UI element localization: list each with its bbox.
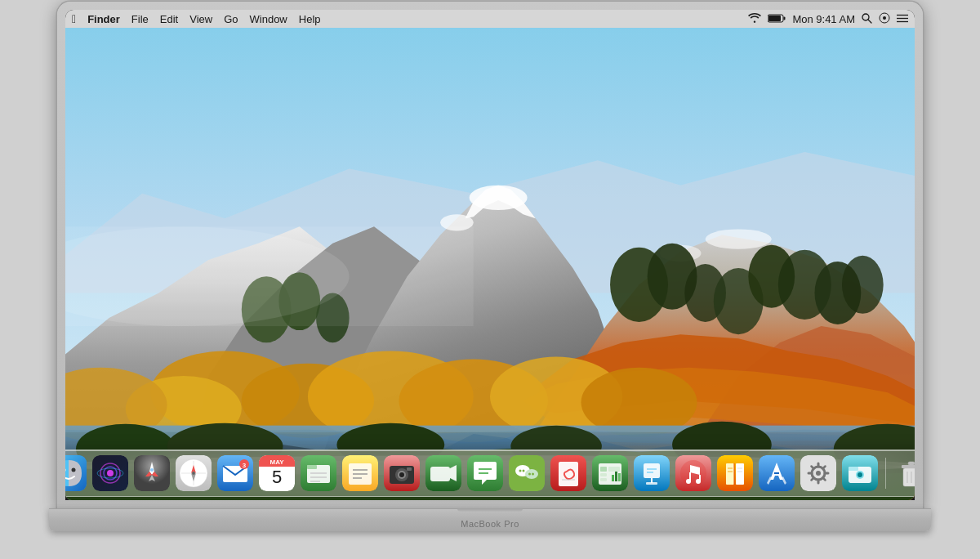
svg-text:MAY: MAY: [270, 458, 284, 466]
svg-rect-145: [717, 455, 753, 491]
svg-point-80: [192, 472, 195, 475]
svg-rect-92: [307, 465, 317, 469]
macbook-lid:  Finder File Edit View Go Window Help: [57, 2, 923, 508]
macbook-outer:  Finder File Edit View Go Window Help: [41, 2, 939, 557]
dock-trash[interactable]: [893, 454, 915, 492]
svg-rect-177: [908, 462, 915, 465]
screen-bezel:  Finder File Edit View Go Window Help: [65, 10, 915, 500]
apple-menu[interactable]: : [72, 13, 76, 25]
trackpad-notch: [457, 508, 523, 512]
siri-icon[interactable]: [879, 12, 890, 25]
svg-point-170: [858, 472, 862, 477]
dock-photos[interactable]: [841, 454, 879, 492]
menubar:  Finder File Edit View Go Window Help: [65, 10, 915, 28]
dock-drawboard[interactable]: [550, 454, 587, 492]
svg-rect-106: [407, 467, 412, 471]
svg-point-119: [532, 473, 534, 476]
svg-rect-176: [902, 465, 915, 468]
svg-point-6: [883, 16, 886, 20]
menubar-right: Mon 9:41 AM: [748, 12, 908, 25]
svg-rect-132: [618, 473, 621, 481]
dock-facetime[interactable]: [425, 454, 462, 492]
dock-messages[interactable]: [466, 454, 504, 492]
dock-container: 3 MAY 5: [65, 449, 915, 497]
control-center-icon[interactable]: [897, 14, 908, 25]
svg-rect-136: [646, 482, 657, 485]
svg-rect-1: [784, 16, 786, 20]
dock-wechat[interactable]: [508, 454, 546, 492]
svg-point-105: [399, 472, 404, 477]
svg-point-117: [523, 470, 525, 472]
svg-rect-146: [726, 463, 734, 485]
svg-rect-125: [600, 467, 607, 472]
svg-point-18: [470, 186, 528, 210]
svg-rect-168: [849, 467, 858, 471]
screen:  Finder File Edit View Go Window Help: [65, 10, 915, 500]
svg-text:3: 3: [243, 462, 247, 469]
dock-music[interactable]: [675, 454, 712, 492]
svg-rect-121: [559, 462, 578, 486]
svg-point-144: [696, 479, 701, 484]
svg-rect-134: [644, 463, 660, 478]
svg-rect-108: [430, 467, 450, 481]
dock-keynote[interactable]: [633, 454, 670, 492]
svg-rect-2: [768, 16, 781, 21]
svg-point-20: [706, 229, 772, 248]
dock-calendar[interactable]: MAY 5: [258, 454, 296, 492]
dock-photobooth[interactable]: [383, 454, 421, 492]
svg-rect-127: [600, 473, 607, 476]
macbook-model-label: MacBook Pro: [461, 519, 519, 529]
svg-text:5: 5: [272, 467, 282, 487]
dock-finder[interactable]: [65, 454, 87, 492]
menubar-left:  Finder File Edit View Go Window Help: [72, 13, 321, 25]
dock-sysprefs[interactable]: [800, 454, 837, 492]
finder-menu[interactable]: Finder: [87, 13, 120, 25]
view-menu[interactable]: View: [189, 13, 212, 25]
go-menu[interactable]: Go: [224, 13, 238, 25]
dock-files[interactable]: [300, 454, 337, 492]
wallpaper: 3 MAY 5: [65, 28, 915, 500]
dock: 3 MAY 5: [65, 449, 915, 497]
wifi-icon[interactable]: [748, 13, 761, 25]
svg-point-64: [72, 468, 76, 472]
svg-rect-131: [615, 472, 617, 481]
dock-launchpad[interactable]: [133, 454, 171, 492]
svg-point-72: [150, 468, 154, 472]
search-icon[interactable]: [862, 13, 872, 25]
dock-books[interactable]: [716, 454, 754, 492]
svg-point-32: [842, 256, 884, 314]
svg-rect-126: [608, 467, 620, 472]
battery-icon[interactable]: [768, 14, 786, 25]
svg-line-4: [868, 20, 871, 23]
svg-point-143: [686, 479, 691, 484]
svg-rect-130: [612, 475, 614, 481]
svg-rect-129: [600, 478, 607, 481]
svg-point-118: [528, 473, 531, 476]
dock-appstore[interactable]: [758, 454, 795, 492]
svg-point-157: [816, 471, 821, 476]
window-menu[interactable]: Window: [250, 13, 287, 25]
dock-reminders[interactable]: [341, 454, 379, 492]
svg-rect-172: [903, 468, 915, 486]
dock-safari[interactable]: [175, 454, 212, 492]
clock-display: Mon 9:41 AM: [792, 13, 855, 25]
edit-menu[interactable]: Edit: [160, 13, 178, 25]
dock-separator: [885, 458, 886, 489]
macbook-base: MacBook Pro: [49, 508, 931, 531]
dock-mail[interactable]: 3: [216, 454, 254, 492]
dock-numbers[interactable]: [591, 454, 629, 492]
help-menu[interactable]: Help: [299, 13, 321, 25]
dock-siri[interactable]: [91, 454, 129, 492]
svg-point-69: [107, 470, 114, 476]
svg-rect-147: [736, 463, 744, 485]
svg-point-116: [519, 470, 522, 472]
file-menu[interactable]: File: [131, 13, 149, 25]
